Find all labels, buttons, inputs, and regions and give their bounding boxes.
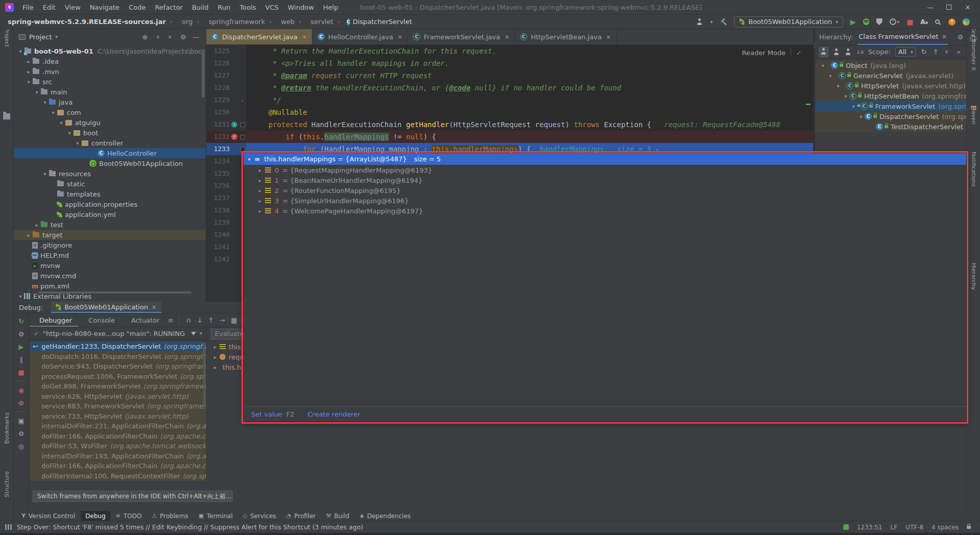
chevron-down-icon[interactable]: ▾ [248,157,251,162]
stack-frame-row[interactable]: internalDoFilter:193, ApplicationFilterC… [30,451,206,461]
more-icon[interactable]: » [955,48,962,56]
collapse-all-icon[interactable]: » [166,33,175,41]
file-encoding[interactable]: UTF-8 [905,524,923,531]
tree-chevron-icon[interactable]: ▾ [857,114,865,119]
hierarchy-tree-row[interactable]: ▾ GenericServlet (javax.servlet) [815,70,966,81]
tool-window-switcher-icon[interactable] [5,524,12,530]
stack-frame-row[interactable]: doService:943, DispatcherServlet (org.sp… [30,361,206,372]
tool-window-button[interactable]: Profiler [282,511,321,521]
tool-window-button[interactable]: Services [238,511,281,521]
project-tree-row[interactable]: ▾ src [14,77,206,87]
hierarchy-tab[interactable]: Class FrameworkServlet× [857,29,948,45]
gutter-icon[interactable] [231,121,237,128]
minimize-button[interactable]: — [927,4,933,11]
tool-window-button[interactable]: Debug [81,511,110,521]
menu-item[interactable]: Run [213,4,235,11]
code-line[interactable]: 1225 * Return the HandlerExecutionChain … [206,45,813,57]
debugger-tab[interactable]: Console [79,313,121,327]
array-element-row[interactable]: ▸ 4 = {WelcomePageHandlerMapping@6197} [243,206,966,216]
tree-chevron-icon[interactable]: ▸ [259,188,261,193]
tree-chevron-icon[interactable]: ▸ [25,232,32,238]
breadcrumb-item[interactable]: web [265,18,295,26]
tree-chevron-icon[interactable]: ▸ [33,222,40,228]
coverage-button[interactable] [876,18,883,25]
lock-icon[interactable] [967,526,971,529]
tree-chevron-icon[interactable]: ▾ [41,100,48,105]
close-tab-icon[interactable]: × [398,34,402,40]
tree-chevron-icon[interactable]: ▸ [214,364,216,370]
debug-toolbar-icon[interactable] [16,416,27,426]
array-element-row[interactable]: ▸ 3 = {SimpleUrlHandlerMapping@6196} [243,196,966,206]
project-panel-title[interactable]: Project [29,33,52,41]
hierarchy-tree-row[interactable]: ▾ HttpServlet (javax.servlet.http) [815,81,966,91]
translate-icon[interactable]: Aa [920,18,928,26]
stack-frame-row[interactable]: doFilterInternal:100, RequestContextFilt… [30,471,206,481]
editor-tab[interactable]: HelloController.java × [312,29,408,44]
project-tree-row[interactable]: ▾ main [14,87,206,97]
tool-stripe-project[interactable]: Project [0,34,14,41]
line-ending[interactable]: LF [891,524,898,531]
debug-button[interactable] [863,18,869,25]
project-tree-row[interactable]: ▾ com [14,107,206,117]
debug-toolbar-icon[interactable] [16,428,27,439]
stack-frame-row[interactable]: doFilter:53, WsFilter (org.apache.tomcat… [30,441,206,451]
breadcrumb-item[interactable]: springframework [193,18,265,26]
debugger-tab[interactable]: Debugger [30,313,79,327]
inspections-ok-icon[interactable]: ✓ [796,49,802,57]
supertypes-hierarchy-icon[interactable] [833,48,840,55]
stepping-icon[interactable] [228,317,239,324]
debug-toolbar-icon[interactable] [17,381,26,381]
caret-position[interactable]: 1233:51 [857,524,883,531]
tree-chevron-icon[interactable]: ▾ [17,48,24,54]
editor-tab[interactable]: HttpServletBean.java × [515,29,617,44]
tree-chevron-icon[interactable]: ▾ [50,110,57,115]
debug-toolbar-icon[interactable] [16,342,27,352]
breadcrumb-item[interactable]: DispatcherServlet [333,18,412,26]
stack-frame-row[interactable]: service:883, FrameworkServlet (org.sprin… [30,401,206,411]
update-icon[interactable]: ↑ [948,18,955,26]
project-tree-row[interactable]: ▸ test [14,220,206,230]
menu-item[interactable]: Help [318,4,343,11]
breadcrumb-item[interactable]: servlet [295,18,333,26]
maximize-button[interactable] [946,5,951,10]
project-tree-row[interactable]: HELP.md [14,250,206,260]
run-configuration-select[interactable]: Boot05Web01Application ▾ [734,16,843,28]
tree-chevron-icon[interactable]: ▾ [17,294,24,299]
ide-plugin-icon[interactable] [963,18,970,26]
tool-window-button[interactable]: Dependencies [355,511,415,521]
tool-window-button[interactable]: Build [322,511,354,521]
array-element-row[interactable]: ▸ 1 = {BeanNameUrlHandlerMapping@6194} [243,175,966,185]
debug-toolbar-icon[interactable] [16,367,27,377]
build-hammer-icon[interactable] [720,18,727,26]
fold-marker-icon[interactable] [239,82,246,94]
expand-all-icon[interactable]: » [944,48,951,56]
project-tree-row[interactable]: templates [14,189,206,199]
menu-item[interactable]: Window [283,4,318,11]
frames-scrollbar[interactable] [203,343,206,409]
scope-select[interactable]: All▾ [895,47,916,57]
search-icon[interactable] [935,19,940,24]
editor-tab[interactable]: DispatcherServlet.java × [206,29,312,44]
project-tree-row[interactable]: ▾ resources [14,168,206,179]
refresh-icon[interactable]: ↻ [920,48,927,56]
project-tree-row[interactable]: .gitignore [14,240,206,250]
array-element-row[interactable]: ▸ 2 = {RouterFunctionMapping@6195} [243,185,966,196]
splitter-handle-icon[interactable]: ⋮ [811,41,818,48]
code-line[interactable]: 1227 * @param request current HTTP reque… [206,69,813,82]
popup-header-row[interactable]: ▾ ∞ this.handlerMappings = {ArrayList@54… [243,153,966,165]
stack-frame-row[interactable]: service:733, HttpServlet (javax.servlet.… [30,411,206,422]
breadcrumb-item[interactable]: org [166,18,193,26]
create-renderer-link[interactable]: Create renderer [308,410,360,418]
class-hierarchy-icon[interactable] [819,47,828,57]
code-line[interactable]: 1229 */ [206,94,813,106]
project-tree-row[interactable]: ▾ boot [14,128,206,138]
fold-marker-icon[interactable] [239,57,246,69]
project-tree-row[interactable]: HelloController [14,148,206,158]
locate-file-icon[interactable]: ⊕ [140,33,150,41]
stack-frame-row[interactable]: doFilter:166, ApplicationFilterChain (or… [30,431,206,442]
stepping-icon[interactable] [194,317,205,324]
hierarchy-tree-row[interactable]: ▾ Object (java.lang) [815,60,966,70]
code-line[interactable]: 1230 @Nullable [206,106,813,118]
set-value-link[interactable]: Set value [251,410,282,418]
stack-frame-row[interactable]: getHandler:1233, DispatcherServlet (org.… [30,342,206,352]
